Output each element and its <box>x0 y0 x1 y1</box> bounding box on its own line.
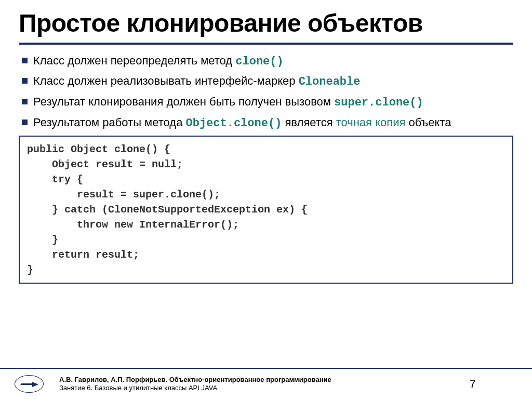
inline-code: super.clone() <box>334 96 423 109</box>
slide-title: Простое клонирование объектов <box>19 9 513 37</box>
bullet-text: Класс должен переопределять метод <box>33 54 235 67</box>
bullet-item: Класс должен переопределять метод clone(… <box>21 53 513 70</box>
bullet-text: Результат клонирования должен быть получ… <box>33 95 334 108</box>
bullet-text: Класс должен реализовывать интерфейс-мар… <box>33 74 299 87</box>
inline-code: Cloneable <box>299 75 361 88</box>
footer-text: А.В. Гаврилов, А.П. Порфирьев. Объектно-… <box>59 376 459 393</box>
bullet-text: Результатом работы метода <box>33 116 186 129</box>
page-number: 7 <box>470 377 476 391</box>
logo-icon <box>15 375 44 393</box>
bullet-item: Результат клонирования должен быть получ… <box>21 94 513 111</box>
inline-code: clone() <box>235 55 283 68</box>
bullet-text: объекта <box>405 116 451 129</box>
bullet-item: Результатом работы метода Object.clone()… <box>21 115 513 131</box>
footer: А.В. Гаврилов, А.П. Порфирьев. Объектно-… <box>0 368 532 399</box>
bullet-accent: точная копия <box>336 116 406 129</box>
bullet-list: Класс должен переопределять метод clone(… <box>19 53 513 131</box>
inline-code: Object.clone() <box>186 117 282 130</box>
footer-authors: А.В. Гаврилов, А.П. Порфирьев. Объектно-… <box>59 376 459 384</box>
bullet-text: является <box>282 116 336 129</box>
footer-lesson: Занятие 6. Базовые и утилитные классы AP… <box>59 384 459 392</box>
bullet-item: Класс должен реализовывать интерфейс-мар… <box>21 73 513 90</box>
slide: Простое клонирование объектов Класс долж… <box>0 0 532 399</box>
title-divider <box>19 43 513 45</box>
code-block: public Object clone() { Object result = … <box>19 136 513 284</box>
